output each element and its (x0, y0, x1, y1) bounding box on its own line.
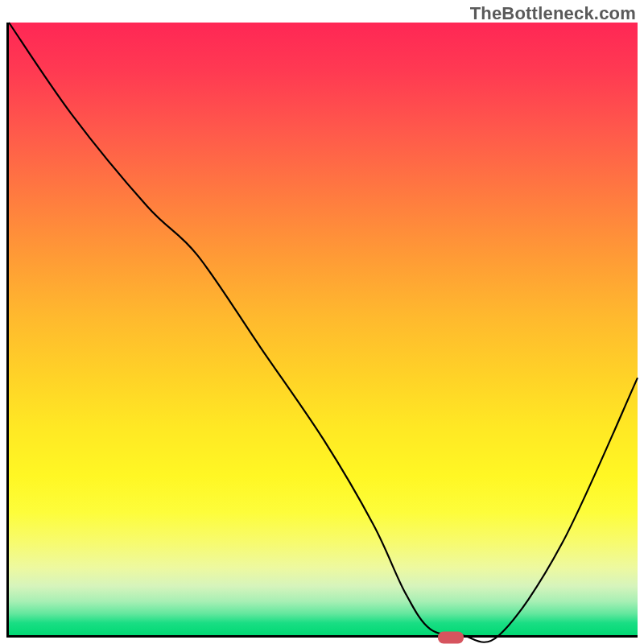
optimal-marker (438, 632, 464, 644)
plot-area (6, 23, 638, 638)
watermark-text: TheBottleneck.com (470, 3, 636, 24)
bottleneck-chart: TheBottleneck.com (0, 0, 644, 644)
curve-layer (9, 23, 638, 635)
bottleneck-curve-path (9, 23, 638, 642)
